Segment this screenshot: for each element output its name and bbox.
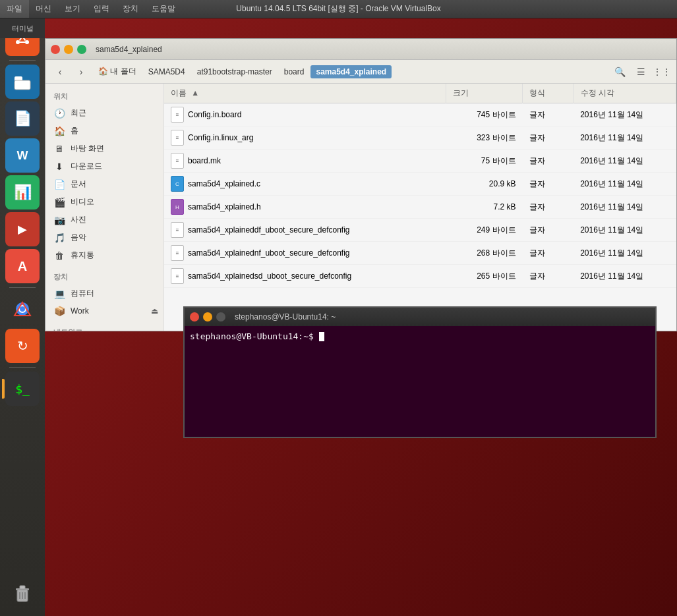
breadcrumb-board[interactable]: board [279,65,310,78]
sidebar-item-documents[interactable]: 📄 문서 [45,175,163,193]
fm-close-button[interactable] [51,45,60,54]
terminal-body[interactable]: stephanos@VB-Ubuntu14:~$ [185,326,655,437]
menu-view[interactable]: 보기 [58,0,87,18]
column-type[interactable]: 형식 [523,84,574,103]
terminal-taskbar-icon[interactable]: $_ [5,372,40,406]
fm-sidebar: 위치 🕐 최근 🏠 홈 🖥 바탕 화면 ⬇ 다운로드 [45,84,164,331]
libreoffice-taskbar-icon[interactable]: 📄 [5,101,40,136]
menu-help[interactable]: 도움말 [145,0,182,18]
breadcrumb-at91bootstrap[interactable]: at91bootstrap-master [192,65,278,78]
table-row[interactable]: ≡ sama5d4_xplainedsd_uboot_secure_defcon… [164,265,676,288]
file-name: sama5d4_xplainednf_uboot_secure_defconfi… [188,248,350,258]
fm-filelist: 이름 ▲ 크기 형식 수정 시각 ≡ Config.in.board 745 바… [164,84,676,331]
sort-arrow: ▲ [191,88,199,98]
column-name[interactable]: 이름 ▲ [164,84,446,103]
update-taskbar-icon[interactable]: ↻ [5,329,40,363]
fm-menu-button[interactable]: ⋮⋮ [653,63,671,81]
file-type-icon: ≡ [171,245,184,261]
sidebar-home-label: 홈 [71,125,78,136]
file-name-cell: ≡ sama5d4_xplainedsd_uboot_secure_defcon… [164,265,446,288]
term-close-button[interactable] [190,312,199,322]
sidebar-trash-label: 휴지통 [71,250,94,261]
breadcrumb-current[interactable]: sama5d4_xplained [310,65,392,78]
sidebar-item-videos[interactable]: 🎬 비디오 [45,193,163,211]
calc-taskbar-icon[interactable]: 📊 [5,175,40,210]
table-row[interactable]: ≡ sama5d4_xplainednf_uboot_secure_defcon… [164,242,676,265]
file-name: board.mk [188,156,221,165]
file-size-cell: 20.9 kB [446,173,522,196]
fm-title: sama5d4_xplained [96,45,162,54]
fm-minimize-button[interactable] [64,45,73,54]
sidebar-item-music[interactable]: 🎵 음악 [45,229,163,246]
file-size-cell: 268 바이트 [446,242,522,265]
files-taskbar-icon[interactable] [5,65,40,99]
unity-taskbar: 📄 W 📊 ▶ A ↻ $_ [0,18,45,616]
file-size-cell: 75 바이트 [446,150,522,173]
file-table: 이름 ▲ 크기 형식 수정 시각 ≡ Config.in.board 745 바… [164,84,676,288]
sidebar-network-title: 네트워크 [45,325,163,331]
trash-taskbar-icon[interactable] [5,576,40,611]
sidebar-item-desktop[interactable]: 🖥 바탕 화면 [45,140,163,157]
table-row[interactable]: ≡ board.mk 75 바이트 글자 2016년 11월 14일 [164,150,676,173]
trash-icon-sidebar: 🗑 [53,250,65,261]
sidebar-item-computer[interactable]: 💻 컴퓨터 [45,285,163,302]
svg-rect-15 [20,586,25,589]
sidebar-videos-label: 비디오 [71,196,94,208]
file-type-cell: 글자 [523,196,574,219]
sidebar-item-downloads[interactable]: ⬇ 다운로드 [45,157,163,175]
fm-search-button[interactable]: 🔍 [610,63,629,81]
file-size-cell: 7.2 kB [446,196,522,219]
eject-icon[interactable]: ⏏ [151,306,158,316]
recent-icon: 🕐 [53,108,65,119]
menu-machine[interactable]: 머신 [29,0,58,18]
table-row[interactable]: ≡ Config.in.board 745 바이트 글자 2016년 11월 1… [164,103,676,126]
table-row[interactable]: ≡ sama5d4_xplaineddf_uboot_secure_defcon… [164,219,676,242]
impress-taskbar-icon[interactable]: ▶ [5,212,40,246]
terminal-titlebar: stephanos@VB-Ubuntu14: ~ [185,308,655,326]
term-maximize-button[interactable] [216,312,225,322]
table-row[interactable]: C sama5d4_xplained.c 20.9 kB 글자 2016년 11… [164,173,676,196]
file-date-cell: 2016년 11월 14일 [574,219,676,242]
writer-taskbar-icon[interactable]: W [5,138,40,173]
chrome-taskbar-icon[interactable] [5,292,40,326]
menu-file[interactable]: 파일 [0,0,29,18]
file-name-cell: ≡ Config.in.linux_arg [164,126,446,150]
table-row[interactable]: ≡ Config.in.linux_arg 323 바이트 글자 2016년 1… [164,126,676,150]
fm-maximize-button[interactable] [77,45,86,54]
file-type-cell: 글자 [523,219,574,242]
sidebar-item-home[interactable]: 🏠 홈 [45,122,163,140]
sidebar-item-recent[interactable]: 🕐 최근 [45,104,163,122]
sidebar-recent-label: 최근 [71,107,86,119]
fm-view-button[interactable]: ☰ [632,63,650,81]
column-date[interactable]: 수정 시각 [574,84,676,103]
sidebar-documents-label: 문서 [71,179,86,190]
term-minimize-button[interactable] [203,312,212,322]
fonts-taskbar-icon[interactable]: A [5,249,40,283]
file-name-cell: C sama5d4_xplained.c [164,173,446,196]
file-type-icon: ≡ [171,107,184,123]
menu-input[interactable]: 입력 [87,0,116,18]
file-type-icon: ≡ [171,268,184,284]
file-name-cell: ≡ Config.in.board [164,103,446,126]
column-size[interactable]: 크기 [446,84,522,103]
svg-point-12 [20,306,25,312]
fm-titlebar: sama5d4_xplained [45,39,676,60]
sidebar-item-photos[interactable]: 📷 사진 [45,211,163,229]
fm-content: 위치 🕐 최근 🏠 홈 🖥 바탕 화면 ⬇ 다운로드 [45,84,676,331]
file-icon-group: ≡ board.mk [171,153,221,169]
fm-back-button[interactable]: ‹ [51,63,69,81]
breadcrumb-home[interactable]: 🏠 내 폴더 [93,64,142,79]
breadcrumb-sama5d4[interactable]: SAMA5D4 [143,65,191,78]
taskbar-separator-2 [9,287,36,288]
file-date-cell: 2016년 11월 14일 [574,126,676,150]
window-title: Ubuntu 14.04.5 LTS 64bit [실행 중] - Oracle… [236,3,440,14]
table-row[interactable]: H sama5d4_xplained.h 7.2 kB 글자 2016년 11월… [164,196,676,219]
file-name: Config.in.board [188,110,241,119]
sidebar-section-location: 위치 🕐 최근 🏠 홈 🖥 바탕 화면 ⬇ 다운로드 [45,89,163,264]
file-date-cell: 2016년 11월 14일 [574,265,676,288]
fm-forward-button[interactable]: › [72,63,90,81]
menu-devices[interactable]: 장치 [116,0,145,18]
sidebar-item-work[interactable]: 📦 Work ⏏ [45,302,163,320]
sidebar-item-trash[interactable]: 🗑 휴지통 [45,246,163,264]
sidebar-section-devices: 장치 💻 컴퓨터 📦 Work ⏏ [45,269,163,320]
